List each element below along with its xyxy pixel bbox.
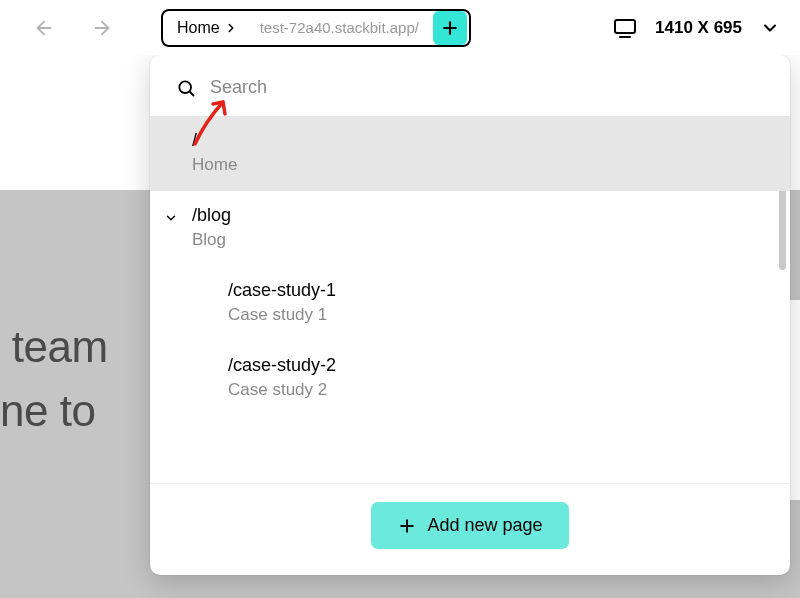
chevron-down-icon[interactable] xyxy=(164,211,178,229)
search-icon xyxy=(176,78,196,98)
viewport-dropdown-toggle[interactable] xyxy=(760,18,780,38)
page-item[interactable]: /Home xyxy=(150,116,790,191)
page-item-title: Case study 2 xyxy=(228,380,764,400)
plus-icon xyxy=(397,516,417,536)
page-list: /Home/blogBlog/case-study-1Case study 1/… xyxy=(150,116,790,479)
page-navigator-panel: /Home/blogBlog/case-study-1Case study 1/… xyxy=(150,55,790,575)
page-item-title: Blog xyxy=(192,230,764,250)
nav-back-button[interactable] xyxy=(25,9,63,47)
page-item[interactable]: /case-study-1Case study 1 xyxy=(150,266,790,341)
breadcrumb-label: Home xyxy=(177,19,220,37)
breadcrumb-add-button[interactable] xyxy=(433,11,467,45)
chevron-down-icon xyxy=(760,18,780,38)
breadcrumb-url-text: test-72a40.stackbit.app/ xyxy=(260,19,419,36)
page-item[interactable]: /blogBlog xyxy=(150,191,790,266)
search-input[interactable] xyxy=(210,77,764,98)
desktop-icon[interactable] xyxy=(613,16,637,40)
nav-forward-button[interactable] xyxy=(83,9,121,47)
page-item-title: Case study 1 xyxy=(228,305,764,325)
chevron-right-icon xyxy=(224,21,238,35)
search-row xyxy=(150,55,790,116)
page-item[interactable]: /case-study-2Case study 2 xyxy=(150,341,790,416)
page-item-path: /blog xyxy=(192,205,764,226)
svg-line-7 xyxy=(190,91,194,95)
page-item-path: /case-study-1 xyxy=(228,280,764,301)
viewport-controls: 1410 X 695 xyxy=(613,16,780,40)
top-toolbar: Home test-72a40.stackbit.app/ 1410 X 695 xyxy=(0,0,800,55)
svg-rect-4 xyxy=(615,20,635,33)
add-new-page-label: Add new page xyxy=(427,515,542,536)
panel-footer: Add new page xyxy=(150,484,790,575)
breadcrumb: Home test-72a40.stackbit.app/ xyxy=(161,9,471,47)
breadcrumb-home[interactable]: Home xyxy=(163,11,248,45)
viewport-size-label: 1410 X 695 xyxy=(655,18,742,38)
hero-text: team ne to xyxy=(0,315,108,443)
add-new-page-button[interactable]: Add new page xyxy=(371,502,568,549)
page-item-path: / xyxy=(192,130,764,151)
breadcrumb-url[interactable]: test-72a40.stackbit.app/ xyxy=(248,11,431,45)
page-item-path: /case-study-2 xyxy=(228,355,764,376)
page-item-title: Home xyxy=(192,155,764,175)
